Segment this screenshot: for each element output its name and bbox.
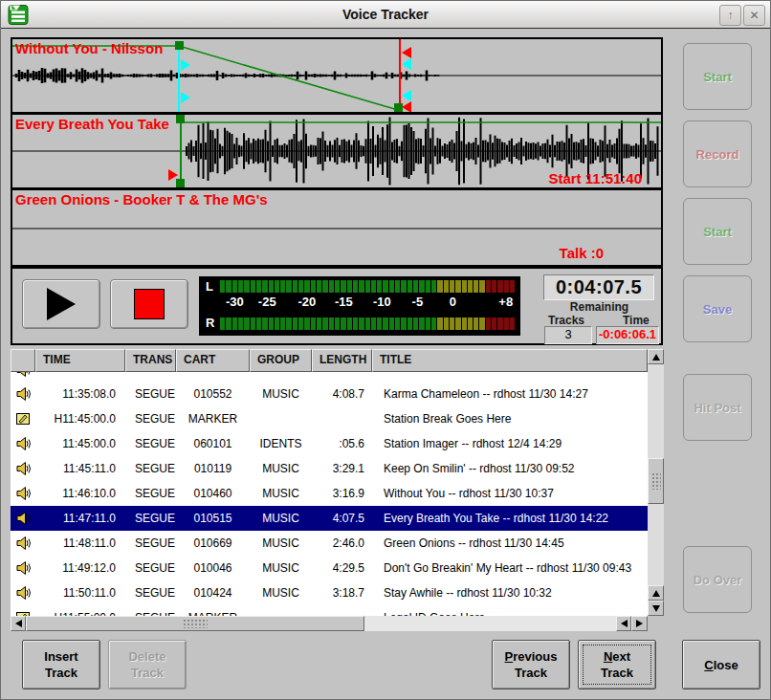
hit-post-button[interactable]: Hit Post [683,374,752,441]
column-header-title[interactable]: TITLE [372,349,648,372]
log-row[interactable]: 11:48:11.0SEGUE010669MUSIC2:46.0Green On… [11,531,648,556]
track-3-talk-time: Talk :0 [560,245,604,261]
scroll-up-button-2[interactable] [648,585,664,601]
speaker-icon [11,486,35,501]
meter-tick: 0 [450,295,456,309]
track-2-start-time: Start 11:51:40 [548,170,642,186]
track-3-title: Green Onions - Booker T & The MG's [15,191,268,208]
log-row[interactable]: H11:55:00.0SEGUEMARKERLegal ID Goes Here [11,605,648,616]
vertical-scroll-thumb[interactable] [648,458,664,504]
track-start-marker-icon[interactable] [181,92,190,103]
window-title: Voice Tracker [1,7,770,22]
shade-window-icon[interactable]: ↑ [719,5,741,26]
cell-c5: 2:46.0 [312,536,372,550]
scroll-left-button[interactable] [11,616,26,631]
scroll-left-button-2[interactable] [616,616,631,631]
close-button[interactable]: Close [682,640,760,689]
do-over-button[interactable]: Do Over [683,546,752,613]
delete-track-button[interactable]: DeleteTrack [108,640,187,689]
cell-c4: MUSIC [250,586,312,600]
log-row[interactable]: H11:45:00.0SEGUEMARKERStation Break Goes… [11,406,648,431]
start-1-button[interactable]: Start [683,43,752,110]
speaker-icon [11,536,35,551]
column-header-cart[interactable]: CART [176,349,250,372]
fade-handle-icon[interactable] [176,115,185,123]
column-header-icon[interactable] [11,349,35,372]
speaker-icon [11,585,35,601]
cell-c5: 3:16.9 [312,487,372,500]
meter-left-bar [220,280,515,293]
cell-c1: 11:49:12.0 [35,561,125,575]
fade-handle-icon[interactable] [175,41,184,50]
titlebar[interactable]: Voice Tracker ↑ ✕ [1,1,770,29]
cell-c4: MUSIC [250,387,312,401]
save-button[interactable]: Save [683,275,752,342]
next-track-button[interactable]: NextTrack [578,640,656,689]
track-start-marker-icon[interactable] [181,59,190,71]
log-row[interactable]: 11:35:08.0SEGUE010552MUSIC4:08.7Karma Ch… [11,382,648,406]
column-header-length[interactable]: LENGTH [312,349,372,372]
insert-track-button[interactable]: InsertTrack [22,640,100,689]
scroll-right-button[interactable] [631,616,648,631]
cell-c4: IDENTS [250,437,312,450]
stop-icon [134,289,165,319]
cell-c1: H11:45:00.0 [35,412,125,426]
cell-c6: Stay Awhile -- rdhost 11/30 10:32 [372,586,648,600]
stop-button[interactable] [110,279,188,329]
record-button[interactable]: Record [683,120,752,187]
track-1-waveform[interactable]: Without You - Nilsson [12,39,661,112]
cell-c3: 010460 [176,487,250,500]
cell-c1: 11:48:11.0 [35,536,125,550]
voicetrack-start-line[interactable] [180,115,182,187]
track-end-marker-icon[interactable] [402,58,411,70]
log-row[interactable]: 11:50:11.0SEGUE010424MUSIC3:18.7Stay Awh… [11,580,648,605]
remaining-tracks-label: Tracks [548,314,584,327]
log-row[interactable]: 11:49:12.0SEGUE010046MUSIC4:29.5Don't Go… [11,556,648,580]
track-3-waveform[interactable]: Green Onions - Booker T & The MG's Talk … [12,187,661,263]
track-2-waveform[interactable]: Every Breath You Take Start 11:51:40 [12,112,661,187]
log-row[interactable] [11,372,648,382]
cell-c3: 010119 [176,462,250,475]
speaker-icon [11,436,35,451]
horizontal-scroll-thumb[interactable] [26,616,364,631]
speaker-icon [11,372,35,378]
track-start-marker-line[interactable] [178,46,180,112]
remaining-tracks-value: 3 [544,326,592,344]
cell-c2: SEGUE [125,487,176,500]
scroll-down-button[interactable] [648,601,664,616]
previous-track-button[interactable]: PreviousTrack [492,640,570,689]
track-end-marker-icon[interactable] [402,90,411,101]
meter-tick: -30 [226,295,244,309]
meter-left-label: L [206,279,213,294]
horizontal-scrollbar[interactable] [11,616,648,631]
log-row[interactable]: 11:45:11.0SEGUE010119MUSIC3:29.1Keep On … [11,456,648,481]
speaker-icon [11,461,35,476]
scrollbar-corner [648,616,664,631]
segue-marker-icon[interactable] [168,169,178,181]
column-header-group[interactable]: GROUP [250,349,312,372]
cell-c6: Karma Chameleon -- rdhost 11/30 14:27 [372,387,648,401]
cell-c5: 4:07.5 [312,512,372,525]
play-button[interactable] [22,279,100,329]
start-2-button[interactable]: Start [683,198,752,265]
play-icon [47,288,76,320]
track-end-marker-icon[interactable] [402,101,411,112]
track-2-title: Every Breath You Take [15,116,169,132]
cell-c5: 3:29.1 [312,462,372,475]
cell-c3: 060101 [176,437,250,450]
column-header-trans[interactable]: TRANS [125,349,176,372]
track-end-marker-line[interactable] [399,39,401,112]
vertical-scrollbar[interactable] [648,349,664,616]
log-row-selected[interactable]: 11:47:11.0SEGUE010515MUSIC4:07.5Every Br… [11,506,648,531]
column-header-time[interactable]: TIME [35,349,125,372]
log-row[interactable]: 11:45:00.0SEGUE060101IDENTS:05.6Station … [11,431,648,456]
marker-icon [11,411,35,427]
track-editor[interactable]: Without You - Nilsson Every Breath You T… [11,37,663,267]
cell-c3: 010424 [176,586,250,600]
scroll-up-button[interactable] [648,349,664,364]
track-end-marker-icon[interactable] [402,47,411,58]
speaker-icon [11,386,35,402]
remaining-label: Remaining [541,300,657,314]
close-window-icon[interactable]: ✕ [743,5,765,26]
log-row[interactable]: 11:46:10.0SEGUE010460MUSIC3:16.9Without … [11,481,648,506]
